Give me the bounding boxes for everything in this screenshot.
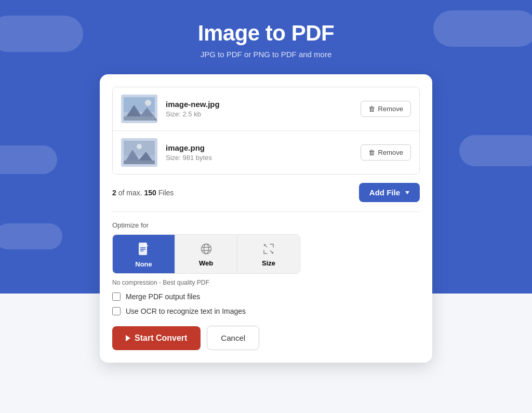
add-file-label: Add File	[369, 188, 400, 197]
globe-icon	[201, 243, 212, 256]
merge-pdf-checkbox[interactable]	[112, 292, 121, 301]
remove-button-2[interactable]: 🗑 Remove	[361, 144, 411, 161]
optimize-description: No compression - Best quality PDF	[112, 279, 420, 286]
start-convert-label: Start Convert	[135, 334, 187, 343]
optimize-label: Optimize for	[112, 221, 420, 229]
optimize-option-size[interactable]: Size	[237, 235, 300, 273]
divider	[112, 211, 420, 212]
svg-rect-14	[139, 243, 147, 255]
optimize-options: None Web	[112, 234, 300, 274]
compress-icon	[263, 243, 274, 256]
ocr-text-label: Use OCR to recognize text in Images	[126, 307, 246, 315]
bottom-buttons: Start Convert Cancel	[112, 326, 420, 350]
file-list: image-new.jpg Size: 2.5 kb 🗑 Remove	[112, 87, 420, 175]
svg-point-10	[137, 144, 142, 149]
svg-rect-6	[124, 116, 155, 121]
optimize-option-web[interactable]: Web	[175, 235, 237, 273]
file-item: image-new.jpg Size: 2.5 kb 🗑 Remove	[113, 87, 419, 131]
chevron-down-icon	[405, 191, 409, 194]
file-name-1: image-new.jpg	[166, 100, 361, 109]
start-convert-button[interactable]: Start Convert	[112, 326, 201, 350]
page-title: Image to PDF	[198, 21, 334, 46]
file-count: 2 of max. 150 Files	[112, 189, 174, 197]
remove-label-1: Remove	[378, 105, 403, 113]
main-card: image-new.jpg Size: 2.5 kb 🗑 Remove	[100, 74, 432, 363]
file-name-2: image.png	[166, 143, 361, 152]
merge-checkbox-row: Merge PDF output files	[112, 292, 420, 301]
chevron-right-icon	[126, 335, 130, 341]
file-item-2: image.png Size: 981 bytes 🗑 Remove	[113, 131, 419, 174]
file-size-2: Size: 981 bytes	[166, 154, 361, 162]
merge-pdf-label: Merge PDF output files	[126, 292, 200, 301]
file-size-1: Size: 2.5 kb	[166, 110, 361, 118]
file-actions-row: 2 of max. 150 Files Add File	[112, 183, 420, 202]
svg-rect-13	[124, 161, 155, 164]
optimize-option-none[interactable]: None	[113, 235, 175, 273]
ocr-text-checkbox[interactable]	[112, 307, 121, 315]
cancel-button[interactable]: Cancel	[207, 326, 259, 350]
optimize-size-label: Size	[262, 259, 275, 267]
optimize-web-label: Web	[199, 259, 213, 267]
file-thumbnail-2	[121, 138, 157, 167]
trash-icon-1: 🗑	[368, 105, 375, 113]
remove-label-2: Remove	[378, 149, 403, 156]
file-pdf-icon	[138, 242, 150, 257]
optimize-none-label: None	[135, 260, 152, 268]
ocr-checkbox-row: Use OCR to recognize text in Images	[112, 307, 420, 315]
add-file-button[interactable]: Add File	[359, 183, 420, 202]
svg-point-3	[145, 100, 151, 106]
page-subtitle: JPG to PDF or PNG to PDF and more	[198, 50, 334, 59]
svg-point-19	[204, 244, 208, 254]
trash-icon-2: 🗑	[368, 149, 375, 156]
file-info-1: image-new.jpg Size: 2.5 kb	[166, 100, 361, 118]
svg-point-18	[201, 244, 211, 254]
remove-button-1[interactable]: 🗑 Remove	[361, 101, 411, 117]
file-info-2: image.png Size: 981 bytes	[166, 143, 361, 162]
file-thumbnail-1	[121, 95, 157, 123]
cancel-label: Cancel	[221, 334, 245, 342]
